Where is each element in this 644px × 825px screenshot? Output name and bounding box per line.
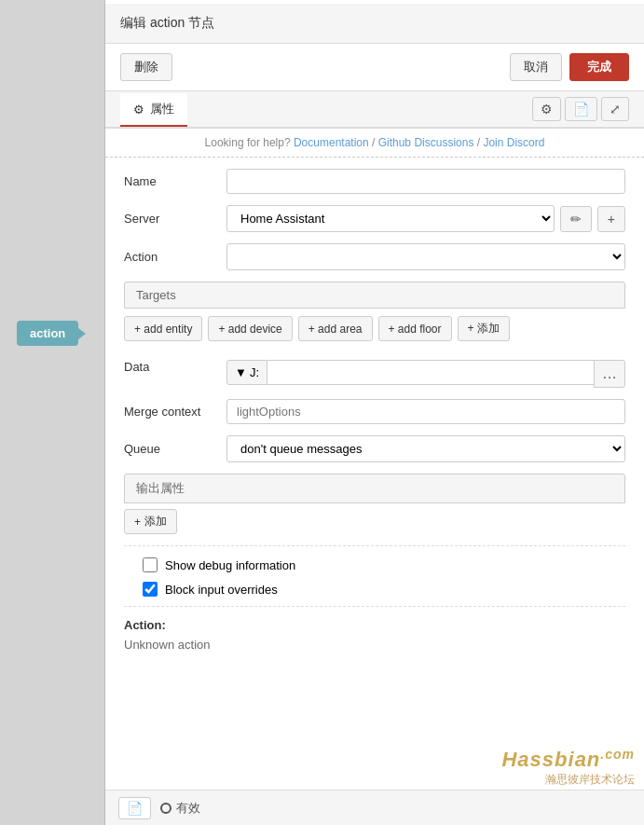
add-floor-button[interactable]: + add floor: [378, 316, 452, 341]
add-label-button[interactable]: + 添加: [458, 316, 510, 341]
action-row: Action: [124, 243, 625, 270]
server-add-button[interactable]: +: [597, 206, 625, 232]
queue-row: Queue don't queue messages queue message…: [124, 435, 625, 462]
bottom-page-icon-btn[interactable]: 📄: [118, 797, 151, 819]
help-github-link[interactable]: Github Discussions: [378, 136, 474, 149]
output-section: 输出属性 + 添加: [124, 474, 625, 534]
targets-buttons: + add entity + add device + add area + a…: [124, 309, 625, 349]
action-result-label: Action:: [124, 618, 625, 632]
merge-context-input[interactable]: [226, 399, 625, 424]
server-row: Server Home Assistant ✏ +: [124, 205, 625, 232]
tab-settings-icon-btn[interactable]: ⚙: [532, 97, 561, 121]
queue-label: Queue: [124, 442, 226, 456]
data-type-chevron: ▼: [235, 365, 247, 379]
show-debug-row: Show debug information: [124, 557, 625, 572]
server-edit-button[interactable]: ✏: [560, 206, 592, 232]
help-bar: Looking for help? Documentation / Github…: [105, 129, 644, 158]
cancel-button[interactable]: 取消: [510, 53, 562, 81]
delete-button[interactable]: 删除: [120, 53, 172, 81]
section-divider2: [124, 606, 625, 607]
action-node[interactable]: action: [17, 321, 78, 346]
bottom-status: 有效: [160, 800, 200, 817]
show-debug-label: Show debug information: [165, 558, 295, 572]
bottom-bar: 📄 有效: [105, 790, 644, 825]
help-discord-link[interactable]: Join Discord: [483, 136, 544, 149]
add-entity-button[interactable]: + add entity: [124, 316, 202, 341]
tab-expand-icon-btn[interactable]: ⤢: [601, 97, 629, 121]
help-documentation-link[interactable]: Documentation: [294, 136, 369, 149]
settings-icon: ⚙: [133, 103, 144, 117]
data-type-label: J:: [250, 365, 259, 379]
block-input-checkbox[interactable]: [143, 582, 158, 597]
main-panel: 编辑 action 节点 删除 取消 完成 ⚙ 属性 ⚙ 📄 ⤢ Looking…: [105, 0, 644, 825]
output-header: 输出属性: [124, 474, 625, 503]
add-area-button[interactable]: + add area: [298, 316, 373, 341]
tab-icon-group: ⚙ 📄 ⤢: [532, 91, 629, 127]
section-divider: [124, 545, 625, 546]
canvas-area: Rit action: [0, 0, 105, 825]
help-text: Looking for help?: [205, 136, 294, 149]
block-input-row: Block input overrides: [124, 582, 625, 597]
done-button[interactable]: 完成: [569, 53, 629, 81]
data-more-button[interactable]: …: [594, 360, 625, 388]
add-output-button[interactable]: + 添加: [124, 509, 177, 534]
action-result-value: Unknown action: [124, 638, 625, 652]
panel-title: 编辑 action 节点: [120, 15, 214, 30]
form-body: Name Server Home Assistant ✏ + Action Ta…: [105, 158, 644, 672]
add-icon: +: [134, 516, 141, 529]
merge-context-row: Merge context: [124, 399, 625, 424]
help-sep1: /: [372, 136, 378, 149]
add-label: 添加: [144, 514, 167, 529]
action-result-section: Action: Unknown action: [124, 618, 625, 661]
add-device-button[interactable]: + add device: [208, 316, 292, 341]
data-label: Data: [124, 360, 226, 374]
action-select[interactable]: [226, 243, 625, 270]
server-select[interactable]: Home Assistant: [226, 205, 555, 232]
tab-properties-label: 属性: [150, 101, 174, 117]
queue-select[interactable]: don't queue messages queue messages nque…: [226, 435, 625, 462]
server-group: Home Assistant ✏ +: [226, 205, 625, 232]
tab-bar: ⚙ 属性 ⚙ 📄 ⤢: [105, 91, 644, 129]
targets-section: Targets + add entity + add device + add …: [124, 282, 625, 349]
tab-description-icon-btn[interactable]: 📄: [565, 97, 597, 121]
server-label: Server: [124, 212, 226, 226]
action-label: Action: [124, 250, 226, 264]
block-input-label: Block input overrides: [165, 583, 278, 597]
data-type-button[interactable]: ▼ J:: [226, 360, 267, 385]
name-input[interactable]: [226, 169, 625, 194]
show-debug-checkbox[interactable]: [143, 557, 158, 572]
data-row: Data ▼ J: …: [124, 360, 625, 388]
toolbar: 删除 取消 完成: [105, 44, 644, 91]
status-label: 有效: [176, 800, 200, 817]
status-circle: [160, 803, 171, 814]
targets-header: Targets: [124, 282, 625, 309]
merge-context-label: Merge context: [124, 405, 226, 419]
panel-header: 编辑 action 节点: [105, 4, 644, 44]
name-row: Name: [124, 169, 625, 194]
tab-properties[interactable]: ⚙ 属性: [120, 93, 187, 127]
name-label: Name: [124, 174, 226, 188]
data-input[interactable]: [267, 360, 594, 385]
